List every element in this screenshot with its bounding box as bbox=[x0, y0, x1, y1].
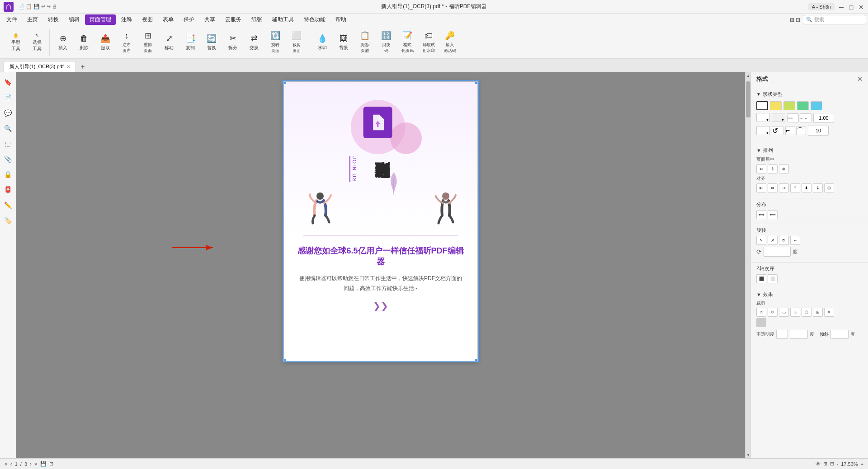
align-center-h-btn[interactable]: ⬌ bbox=[768, 183, 778, 192]
menu-cloud[interactable]: 云服务 bbox=[221, 14, 246, 25]
reverse-button[interactable]: ↕ 逆序页序 bbox=[116, 30, 137, 55]
scroll-down-arrow[interactable]: ▼ bbox=[745, 452, 751, 458]
menu-special[interactable]: 特色功能 bbox=[299, 14, 330, 25]
close-button[interactable]: ✕ bbox=[858, 4, 864, 10]
menu-annotate[interactable]: 注释 bbox=[117, 14, 137, 25]
rotate-tr-btn[interactable]: ↗ bbox=[768, 236, 778, 245]
rotate-value-input[interactable]: 0 bbox=[764, 247, 791, 257]
zoom-out-button[interactable]: - bbox=[837, 461, 839, 467]
rotate-flip-btn[interactable]: ↔ bbox=[790, 236, 800, 245]
sidebar-tag-icon[interactable]: 🏷️ bbox=[2, 214, 14, 227]
format-page-num-button[interactable]: 📝 格式化页码 bbox=[397, 30, 418, 55]
center-v-btn[interactable]: ⇕ bbox=[768, 164, 778, 174]
tab-close-button[interactable]: ✕ bbox=[66, 64, 70, 69]
center-h-btn[interactable]: ⇔ bbox=[756, 164, 766, 174]
clip-rect-btn[interactable]: ▭ bbox=[779, 308, 789, 317]
sidebar-pages-icon[interactable]: 📄 bbox=[2, 91, 14, 104]
delete-button[interactable]: 🗑 删除 bbox=[74, 30, 94, 55]
active-tab[interactable]: 新人引导(1)_OCR(3).pdf ✕ bbox=[4, 61, 76, 72]
align-top-btn[interactable]: ⇡ bbox=[790, 183, 800, 192]
extract-button[interactable]: 📤 提取 bbox=[95, 30, 116, 55]
line-solid[interactable]: ─ bbox=[787, 113, 799, 122]
crop-button[interactable]: ⬜ 裁剪页面 bbox=[286, 30, 307, 55]
menu-page-manage[interactable]: 页面管理 bbox=[85, 14, 116, 25]
align-bottom-btn[interactable]: ⇣ bbox=[813, 183, 823, 192]
sidebar-bookmark-icon[interactable]: 🔖 bbox=[2, 76, 14, 89]
corner-sharp[interactable]: ⌐ bbox=[785, 126, 795, 135]
resize-handle-br[interactable] bbox=[475, 359, 478, 361]
header-footer-button[interactable]: 📋 页边/页眉 bbox=[354, 30, 375, 55]
minimize-button[interactable]: ─ bbox=[838, 4, 844, 10]
fit-page-icon[interactable]: ⊞ bbox=[823, 461, 827, 467]
scroll-up-arrow[interactable]: ▲ bbox=[745, 72, 751, 79]
opacity-color-btn[interactable] bbox=[776, 330, 788, 339]
sidebar-fill-icon[interactable]: ✏️ bbox=[2, 199, 14, 211]
clip-diamond-btn[interactable]: ◇ bbox=[790, 308, 800, 317]
align-left-btn[interactable]: ⇤ bbox=[756, 183, 766, 192]
swap-button[interactable]: ⇄ 交换 bbox=[244, 30, 264, 55]
zoom-in-button[interactable]: + bbox=[861, 461, 863, 467]
select-tool-button[interactable]: ↖ 选择工具 bbox=[27, 30, 47, 55]
swatch-yellow[interactable] bbox=[770, 101, 782, 110]
nav-prev-button[interactable]: ‹ bbox=[10, 461, 12, 467]
sidebar-search-icon[interactable]: 🔍 bbox=[2, 122, 14, 135]
swatch-dropdown-1[interactable]: ▼ bbox=[756, 113, 770, 122]
rearrange-button[interactable]: ⊞ 重排页面 bbox=[137, 30, 158, 55]
effects-toggle[interactable]: ▼ bbox=[756, 292, 761, 297]
menu-view[interactable]: 视图 bbox=[137, 14, 157, 25]
vertical-scrollbar[interactable]: ▲ ▼ bbox=[745, 72, 750, 458]
right-panel-close[interactable]: ✕ bbox=[857, 75, 863, 83]
swatch-green[interactable] bbox=[797, 101, 809, 110]
line-width-input[interactable]: 1.00 bbox=[813, 113, 834, 123]
swatch-dropdown-3[interactable]: ▼ bbox=[756, 126, 770, 135]
grid-view-icon[interactable]: ⊟ bbox=[830, 461, 834, 467]
replace-button[interactable]: 🔄 替换 bbox=[201, 30, 222, 55]
clip-gray-btn[interactable] bbox=[756, 318, 766, 327]
save-icon[interactable]: 💾 bbox=[40, 461, 47, 467]
line-dashed[interactable]: - - bbox=[800, 113, 811, 122]
arrange-toggle-icon[interactable]: ▼ bbox=[756, 148, 761, 153]
swatch-lime[interactable] bbox=[783, 101, 795, 110]
sidebar-comment-icon[interactable]: 💬 bbox=[2, 107, 14, 119]
clip-path-btn[interactable]: ⬡ bbox=[802, 308, 811, 317]
hand-tool-button[interactable]: ✋ 手型工具 bbox=[5, 30, 26, 55]
watermark-button[interactable]: 💧 水印 bbox=[312, 30, 333, 55]
clip-custom-btn[interactable]: ⊞ bbox=[813, 308, 823, 317]
menu-form[interactable]: 表单 bbox=[158, 14, 178, 25]
insert-button[interactable]: ⊕ 插入 bbox=[52, 30, 73, 55]
clip-redo-btn[interactable]: ↻ bbox=[768, 308, 778, 317]
distrib-h-btn[interactable]: ⟺ bbox=[756, 210, 766, 219]
maximize-button[interactable]: □ bbox=[848, 4, 854, 10]
nav-next-button[interactable]: › bbox=[30, 461, 32, 467]
resize-handle-bl[interactable] bbox=[283, 359, 286, 361]
activate-button[interactable]: 🔑 输入激活码 bbox=[439, 30, 460, 55]
scrollbar-thumb[interactable] bbox=[746, 81, 750, 117]
menu-convert[interactable]: 转换 bbox=[43, 14, 63, 25]
rotate-r-btn[interactable]: ↻ bbox=[779, 236, 789, 245]
trial-watermark-button[interactable]: 🏷 聪敏试用水印 bbox=[418, 30, 439, 55]
split-button[interactable]: ✂ 拆分 bbox=[222, 30, 243, 55]
resize-handle-tr[interactable] bbox=[475, 81, 478, 84]
menu-paper[interactable]: 纸张 bbox=[247, 14, 267, 25]
z-back-btn[interactable]: ⬜ bbox=[768, 274, 778, 283]
sidebar-attachment-icon[interactable]: 📎 bbox=[2, 153, 14, 165]
corner-round[interactable]: ⌒ bbox=[796, 126, 806, 135]
move-button[interactable]: ⤢ 移动 bbox=[159, 30, 179, 55]
corner-input[interactable]: 10 bbox=[808, 126, 829, 136]
fit-icon[interactable]: ⊡ bbox=[49, 461, 53, 467]
nav-first-button[interactable]: « bbox=[5, 461, 8, 467]
sidebar-security-icon[interactable]: 🔒 bbox=[2, 168, 14, 181]
rotate-button[interactable]: 🔃 旋转页面 bbox=[265, 30, 286, 55]
menu-share[interactable]: 共享 bbox=[200, 14, 220, 25]
menu-home[interactable]: 主页 bbox=[23, 14, 42, 25]
sidebar-stamp-icon[interactable]: 📮 bbox=[2, 183, 14, 196]
search-box[interactable]: 🔍 搜索 bbox=[803, 15, 866, 24]
sidebar-layers-icon[interactable]: ⬚ bbox=[2, 137, 14, 150]
swatch-rotate-left[interactable]: ↺ bbox=[772, 126, 783, 135]
menu-help[interactable]: 帮助 bbox=[331, 14, 351, 25]
slant-value-input[interactable]: 0 bbox=[830, 330, 849, 339]
nav-last-button[interactable]: » bbox=[34, 461, 38, 467]
align-center-v-btn[interactable]: ⬍ bbox=[802, 183, 811, 192]
center-hv-btn[interactable]: ⊕ bbox=[779, 164, 789, 174]
distrib-v-btn[interactable]: ⟸ bbox=[768, 210, 778, 219]
